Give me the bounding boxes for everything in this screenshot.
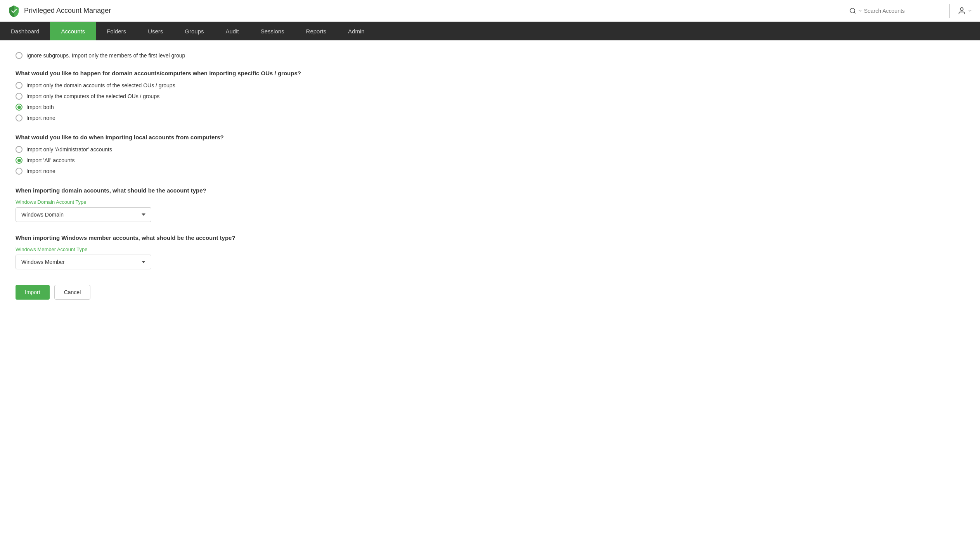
user-icon <box>957 7 966 15</box>
dropdown-chevron-member <box>142 261 145 263</box>
nav-item-users[interactable]: Users <box>137 22 174 40</box>
q1-radio-2[interactable] <box>16 104 23 111</box>
q1-label-3: Import none <box>26 115 55 121</box>
nav-item-accounts[interactable]: Accounts <box>50 22 96 40</box>
header: Privileged Account Manager <box>0 0 980 22</box>
windows-domain-dropdown[interactable]: Windows Domain <box>16 207 151 222</box>
q1-radio-0[interactable] <box>16 82 23 89</box>
q2-radio-1[interactable] <box>16 157 23 164</box>
nav-item-groups[interactable]: Groups <box>174 22 215 40</box>
svg-point-0 <box>850 8 855 13</box>
q2-label-0: Import only 'Administrator' accounts <box>26 146 112 153</box>
ignore-subgroups-group: Ignore subgroups. Import only the member… <box>16 52 964 59</box>
import-button[interactable]: Import <box>16 285 50 300</box>
svg-point-2 <box>960 7 963 10</box>
ignore-subgroups-radio[interactable] <box>16 52 23 59</box>
question2-text: What would you like to do when importing… <box>16 134 964 140</box>
search-icon <box>849 7 856 14</box>
ignore-subgroups-label: Ignore subgroups. Import only the member… <box>26 52 185 59</box>
windows-member-value: Windows Member <box>21 259 65 265</box>
action-buttons: Import Cancel <box>16 285 964 300</box>
header-right <box>849 4 972 18</box>
q2-label-2: Import none <box>26 168 55 174</box>
nav-item-folders[interactable]: Folders <box>96 22 137 40</box>
question1-radio-group: Import only the domain accounts of the s… <box>16 82 964 121</box>
search-divider <box>949 4 950 18</box>
q2-option-0[interactable]: Import only 'Administrator' accounts <box>16 146 964 153</box>
question3-section: When importing domain accounts, what sho… <box>16 187 964 222</box>
question1-text: What would you like to happen for domain… <box>16 70 964 76</box>
search-area[interactable] <box>849 7 942 14</box>
question2-section: What would you like to do when importing… <box>16 134 964 175</box>
q1-label-0: Import only the domain accounts of the s… <box>26 82 175 88</box>
q1-option-3[interactable]: Import none <box>16 114 964 121</box>
nav-item-reports[interactable]: Reports <box>295 22 338 40</box>
nav-item-audit[interactable]: Audit <box>215 22 250 40</box>
main-nav: Dashboard Accounts Folders Users Groups … <box>0 22 980 40</box>
question1-section: What would you like to happen for domain… <box>16 70 964 121</box>
q1-option-2[interactable]: Import both <box>16 104 964 111</box>
windows-domain-account-type-link[interactable]: Windows Domain Account Type <box>16 199 964 205</box>
brand: Privileged Account Manager <box>8 5 111 17</box>
q1-label-2: Import both <box>26 104 54 110</box>
chevron-down-icon <box>858 9 862 13</box>
question2-radio-group: Import only 'Administrator' accounts Imp… <box>16 146 964 175</box>
svg-line-1 <box>854 12 855 13</box>
q2-option-1[interactable]: Import 'All' accounts <box>16 157 964 164</box>
user-menu[interactable] <box>957 7 972 15</box>
windows-member-dropdown[interactable]: Windows Member <box>16 255 151 269</box>
nav-item-dashboard[interactable]: Dashboard <box>0 22 50 40</box>
q1-radio-1[interactable] <box>16 93 23 100</box>
logo-icon <box>8 5 20 17</box>
app-title: Privileged Account Manager <box>24 7 111 15</box>
q1-radio-3[interactable] <box>16 114 23 121</box>
dropdown-chevron-domain <box>142 213 145 216</box>
user-chevron-icon <box>968 9 972 13</box>
main-content: Ignore subgroups. Import only the member… <box>0 40 980 555</box>
q2-option-2[interactable]: Import none <box>16 168 964 175</box>
question3-text: When importing domain accounts, what sho… <box>16 187 964 194</box>
question4-text: When importing Windows member accounts, … <box>16 234 964 241</box>
q2-radio-0[interactable] <box>16 146 23 153</box>
ignore-subgroups-radio-item[interactable]: Ignore subgroups. Import only the member… <box>16 52 964 59</box>
nav-item-admin[interactable]: Admin <box>337 22 376 40</box>
question4-section: When importing Windows member accounts, … <box>16 234 964 269</box>
q1-label-1: Import only the computers of the selecte… <box>26 93 159 99</box>
windows-member-account-type-link[interactable]: Windows Member Account Type <box>16 246 964 252</box>
search-input[interactable] <box>864 8 942 14</box>
q2-label-1: Import 'All' accounts <box>26 157 74 163</box>
q2-radio-2[interactable] <box>16 168 23 175</box>
windows-domain-value: Windows Domain <box>21 212 64 218</box>
q1-option-1[interactable]: Import only the computers of the selecte… <box>16 93 964 100</box>
cancel-button[interactable]: Cancel <box>54 285 91 300</box>
nav-item-sessions[interactable]: Sessions <box>250 22 295 40</box>
q1-option-0[interactable]: Import only the domain accounts of the s… <box>16 82 964 89</box>
